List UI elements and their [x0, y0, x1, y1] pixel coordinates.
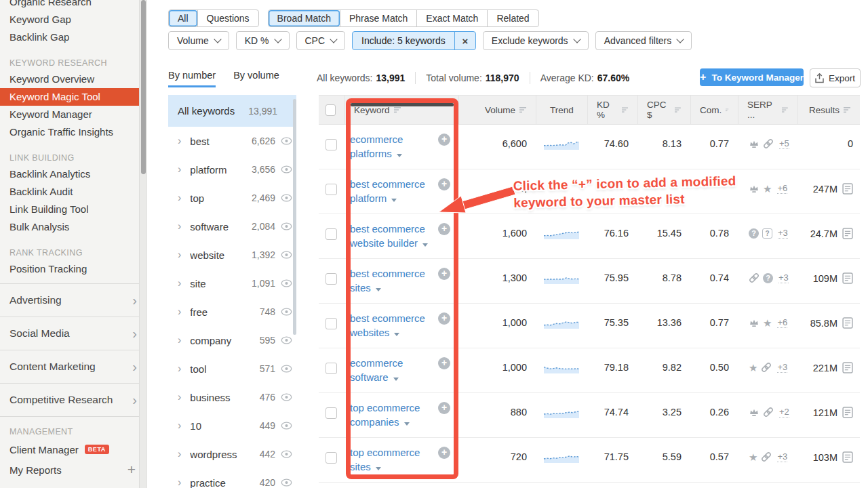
group-item-10[interactable]: 10449: [168, 411, 296, 440]
column-header-serp[interactable]: SERP ...: [738, 96, 797, 124]
column-header-kd[interactable]: KD %: [587, 96, 637, 124]
row-checkbox[interactable]: [326, 228, 337, 240]
row-checkbox[interactable]: [326, 452, 337, 464]
eye-icon[interactable]: [281, 165, 292, 174]
group-item-company[interactable]: company595: [168, 326, 296, 354]
eye-icon[interactable]: [281, 251, 292, 259]
serp-snapshot-icon[interactable]: [842, 407, 853, 418]
keyword-link[interactable]: website builder: [350, 236, 458, 250]
serp-more-link[interactable]: +3: [777, 451, 787, 462]
eye-icon[interactable]: [281, 336, 292, 344]
sidebar-item-backlink-analytics[interactable]: Backlink Analytics: [0, 165, 139, 183]
filter-dropdown-cpc[interactable]: CPC: [296, 31, 346, 50]
tab-exact-match[interactable]: Exact Match: [416, 10, 487, 26]
column-header-com[interactable]: Com.: [690, 96, 738, 124]
group-item-software[interactable]: software2,084: [168, 212, 296, 241]
groups-scrollbar[interactable]: [293, 99, 296, 335]
group-item-website[interactable]: website1,392: [168, 241, 296, 269]
eye-icon[interactable]: [281, 479, 292, 487]
filter-dropdown-kd[interactable]: KD %: [236, 31, 290, 50]
keyword-link[interactable]: companies: [350, 415, 458, 429]
keyword-link[interactable]: platforms: [350, 146, 458, 161]
eye-icon[interactable]: [281, 194, 292, 202]
add-keyword-plus-icon[interactable]: [438, 134, 450, 146]
group-item-site[interactable]: site1,091: [168, 269, 296, 298]
eye-icon[interactable]: [281, 222, 292, 230]
eye-icon[interactable]: [281, 308, 292, 316]
filter-dropdown-advanced-filters[interactable]: Advanced filters: [595, 31, 692, 50]
row-checkbox[interactable]: [326, 407, 337, 419]
eye-icon[interactable]: [281, 450, 292, 458]
caret-down-icon[interactable]: [422, 243, 428, 247]
group-item-free[interactable]: free748: [168, 298, 296, 326]
sidebar-item-position-tracking[interactable]: Position Tracking: [0, 260, 139, 278]
column-header-keyword[interactable]: Keyword: [344, 96, 458, 124]
add-keyword-plus-icon[interactable]: [438, 357, 450, 369]
eye-icon[interactable]: [281, 365, 292, 373]
add-keyword-plus-icon[interactable]: [438, 178, 450, 190]
keyword-link[interactable]: platform: [350, 191, 458, 205]
caret-down-icon[interactable]: [376, 467, 381, 470]
group-item-practice[interactable]: practice420: [168, 468, 296, 488]
serp-snapshot-icon[interactable]: [842, 183, 853, 195]
close-icon[interactable]: ×: [454, 32, 475, 49]
eye-icon[interactable]: [281, 393, 292, 401]
chevron-right-icon[interactable]: [178, 476, 181, 488]
row-checkbox[interactable]: [326, 184, 337, 195]
sidebar-accordion-competitive-research[interactable]: Competitive Research: [0, 383, 146, 417]
keyword-link[interactable]: software: [350, 370, 458, 384]
sidebar-item-keyword-manager[interactable]: Keyword Manager: [0, 106, 139, 123]
sidebar-item-client-manager[interactable]: Client ManagerBETA: [0, 439, 146, 460]
chevron-right-icon[interactable]: [178, 192, 181, 204]
add-report-icon[interactable]: [127, 462, 136, 478]
serp-snapshot-icon[interactable]: [842, 362, 853, 373]
include-keywords-chip[interactable]: Include: 5 keywords×: [352, 31, 476, 50]
group-item-tool[interactable]: tool571: [168, 354, 296, 383]
serp-more-link[interactable]: +6: [777, 317, 787, 328]
serp-snapshot-icon[interactable]: [842, 272, 853, 284]
row-checkbox[interactable]: [326, 273, 337, 285]
caret-down-icon[interactable]: [391, 199, 397, 202]
tab-related[interactable]: Related: [487, 10, 538, 26]
serp-more-link[interactable]: +3: [777, 362, 787, 373]
sidebar-item-organic-research[interactable]: Organic Research: [0, 0, 139, 11]
column-header-results[interactable]: Results: [797, 96, 860, 124]
tab-broad-match[interactable]: Broad Match: [269, 10, 340, 26]
filter-dropdown-volume[interactable]: Volume: [168, 31, 229, 50]
sidebar-accordion-advertising[interactable]: Advertising: [0, 283, 146, 317]
group-item-top[interactable]: top2,469: [168, 184, 296, 212]
caret-down-icon[interactable]: [394, 333, 399, 336]
group-all-keywords[interactable]: All keywords 13,991: [168, 95, 296, 127]
tab-all[interactable]: All: [169, 10, 197, 26]
sidebar-scrollbar[interactable]: [139, 0, 146, 488]
serp-more-link[interactable]: +3: [778, 272, 789, 283]
chevron-right-icon[interactable]: [178, 163, 181, 176]
group-item-best[interactable]: best6,626: [168, 127, 296, 155]
sidebar-item-backlink-gap[interactable]: Backlink Gap: [0, 28, 139, 46]
add-keyword-plus-icon[interactable]: [438, 402, 450, 414]
row-checkbox[interactable]: [326, 139, 337, 150]
serp-more-link[interactable]: +3: [778, 228, 788, 239]
eye-icon[interactable]: [281, 422, 292, 430]
tab-questions[interactable]: Questions: [197, 10, 258, 26]
keyword-link[interactable]: sites: [350, 460, 458, 474]
tab-phrase-match[interactable]: Phrase Match: [340, 10, 416, 26]
column-header-volume[interactable]: Volume: [458, 96, 536, 124]
chevron-right-icon[interactable]: [178, 448, 181, 460]
serp-snapshot-icon[interactable]: [842, 228, 853, 239]
caret-down-icon[interactable]: [397, 154, 402, 157]
chevron-right-icon[interactable]: [178, 306, 181, 318]
eye-icon[interactable]: [281, 279, 292, 287]
serp-more-link[interactable]: +5: [779, 138, 789, 149]
export-button[interactable]: Export: [810, 68, 861, 87]
group-item-wordpress[interactable]: wordpress442: [168, 440, 296, 468]
eye-icon[interactable]: [281, 137, 292, 145]
sidebar-item-keyword-overview[interactable]: Keyword Overview: [0, 70, 139, 88]
caret-down-icon[interactable]: [404, 422, 410, 426]
sidebar-accordion-content-marketing[interactable]: Content Marketing: [0, 350, 146, 383]
add-keyword-plus-icon[interactable]: [438, 268, 450, 280]
filter-dropdown-exclude-keywords[interactable]: Exclude keywords: [483, 31, 589, 50]
add-keyword-plus-icon[interactable]: [438, 223, 450, 235]
chevron-right-icon[interactable]: [178, 277, 181, 289]
serp-more-link[interactable]: +6: [777, 183, 787, 194]
